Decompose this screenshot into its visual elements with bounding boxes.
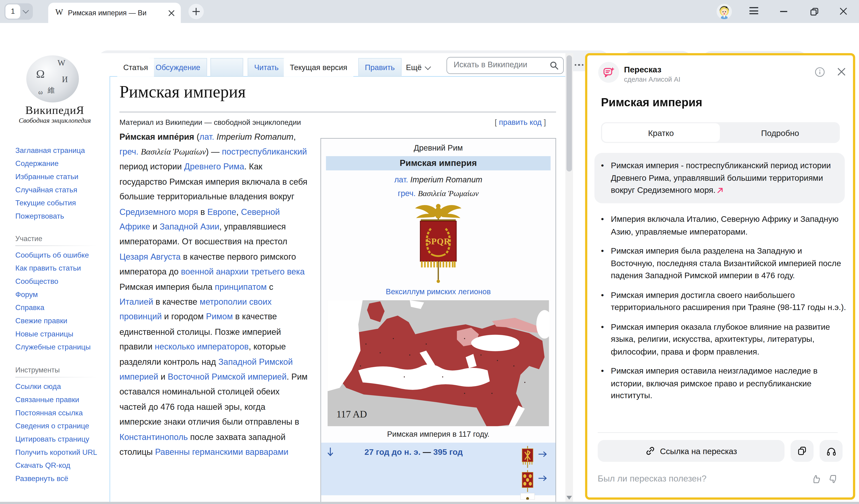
close-window-button[interactable]	[838, 6, 848, 16]
tab-detailed[interactable]: Подробно	[721, 122, 840, 143]
thumbs-up-icon[interactable]	[811, 474, 822, 485]
scrollbar-down-arrow[interactable]	[567, 496, 572, 502]
summary-bullet: Римская империя - постреспубликанский пе…	[594, 159, 842, 196]
wikipedia-favicon: W	[55, 7, 63, 17]
sidebar-section-title: Инструменты	[15, 366, 60, 374]
thumbs-down-icon[interactable]	[828, 474, 839, 485]
sidebar-link[interactable]: Как править статьи	[15, 262, 103, 275]
feedback-question: Был ли пересказ полезен?	[598, 474, 707, 484]
summary-bullet: Римская империя оказала глубокое влияние…	[594, 321, 848, 357]
sidebar-link[interactable]: Избранные статьи	[15, 170, 103, 184]
empire-map-image[interactable]: 117 AD	[327, 300, 550, 426]
tab-group-chip[interactable]: 1	[4, 3, 33, 20]
map-year-label: 117 AD	[336, 409, 367, 419]
tab-close-icon[interactable]	[167, 8, 176, 18]
sidebar-link[interactable]: Справка	[15, 302, 103, 315]
sidebar-link[interactable]: Служебные страницы	[15, 341, 103, 354]
listen-button[interactable]	[819, 440, 843, 462]
tab-read[interactable]: Читать	[247, 58, 285, 77]
copy-button[interactable]	[790, 440, 814, 462]
sidebar-link[interactable]: Заглавная страница	[15, 144, 103, 157]
summary-bullet: Римская империя оставила неизгладимое на…	[594, 365, 848, 402]
sidebar-link[interactable]: Связанные правки	[15, 393, 97, 407]
close-icon[interactable]	[836, 66, 847, 77]
avatar[interactable]	[717, 4, 732, 19]
sidebar-link[interactable]: Цитировать страницу	[15, 433, 97, 446]
search-icon[interactable]	[549, 61, 559, 70]
sidebar-link[interactable]: Получить короткий URL	[15, 446, 97, 459]
tab-current-version[interactable]: Текущая версия	[284, 58, 353, 77]
browser-tab[interactable]: W Римская империя — Ви	[48, 3, 181, 23]
restore-button[interactable]	[810, 7, 819, 16]
partial-image[interactable]	[521, 493, 534, 500]
labarum-banner-icon[interactable]	[521, 446, 534, 468]
greek-name: Βασιλεία Ῥωμαίων	[418, 189, 479, 198]
tab-more[interactable]: Ещё	[400, 58, 436, 77]
sidebar-link[interactable]: Скачать QR-код	[15, 459, 97, 472]
panel-subtitle: сделан Алисой AI	[624, 76, 680, 83]
sidebar-main-links: Заглавная страницаСодержаниеИзбранные ст…	[15, 144, 103, 223]
external-link-icon[interactable]	[717, 187, 724, 194]
new-tab-button[interactable]	[189, 4, 204, 19]
tab-edit[interactable]: Править	[358, 58, 402, 77]
sidebar-section-title: Участие	[15, 234, 42, 243]
search-input[interactable]	[452, 60, 545, 70]
sidebar-link[interactable]: Текущие события	[15, 197, 103, 210]
sidebar-link[interactable]: Свежие правки	[15, 315, 103, 327]
greek-label[interactable]: греч.	[398, 189, 416, 198]
latin-name: Imperium Romanum	[410, 175, 482, 184]
empire-period[interactable]: 27 год до н. э. — 395 год	[321, 447, 506, 456]
sidebar-link[interactable]: Постоянная ссылка	[15, 407, 97, 420]
summary-bullet: Империя включала Италию, Северную Африку…	[594, 213, 848, 238]
edit-link-label[interactable]: править код	[499, 118, 542, 127]
link-button-label: Ссылка на пересказ	[660, 446, 737, 456]
highlighted-summary-item[interactable]: Римская империя - постреспубликанский пе…	[594, 153, 845, 203]
article-paragraph: Ри́мская импе́рия (лат. Imperium Romanum…	[120, 129, 308, 459]
tab-talk[interactable]: Обсуждение	[149, 58, 207, 77]
sidebar-link[interactable]: Сообщить об ошибке	[15, 249, 103, 262]
browser-menu-icon[interactable]	[750, 7, 758, 15]
sidebar-link[interactable]: Форум	[15, 288, 103, 302]
sidebar-link[interactable]: Развернуть всё	[15, 472, 97, 486]
tab-article[interactable]: Статья	[117, 58, 154, 77]
globe-letter: ω	[38, 88, 43, 96]
latin-label[interactable]: лат.	[394, 175, 408, 184]
wikipedia-page: ΩWИ維ω ВикипедиЯ Свободная энциклопедия З…	[0, 53, 573, 504]
minimize-button[interactable]	[780, 11, 787, 12]
globe-letter: 維	[48, 86, 55, 95]
info-icon[interactable]	[814, 66, 825, 77]
edit-source-link[interactable]: [ править код ]	[495, 118, 546, 127]
sidebar-participation-links: Сообщить об ошибкеКак править статьиСооб…	[15, 249, 103, 354]
search-box[interactable]	[447, 57, 563, 74]
tab-title: Римская империя — Ви	[68, 9, 206, 17]
tab-brief[interactable]: Кратко	[602, 123, 720, 142]
page-scrollbar[interactable]	[566, 53, 573, 504]
more-icon[interactable]	[574, 60, 585, 70]
arrow-right-icon[interactable]	[538, 450, 547, 458]
wikipedia-wordmark[interactable]: ВикипедиЯ	[0, 104, 109, 117]
sidebar-link[interactable]: Случайная статья	[15, 184, 103, 197]
panel-divider	[598, 432, 838, 433]
globe-letter: И	[62, 75, 68, 84]
sidebar-link[interactable]: Сведения о странице	[15, 420, 97, 433]
window-bottom-edge	[0, 502, 859, 504]
chevron-down-icon	[23, 7, 29, 14]
summary-bullet-list: Империя включала Италию, Северную Африку…	[594, 213, 848, 409]
vexillum-caption[interactable]: Вексиллум римских легионов	[321, 287, 556, 296]
dotted-banner-icon[interactable]	[521, 470, 534, 492]
infobox: Древний Рим Римская империя лат. Imperiu…	[320, 138, 556, 504]
summary-heading: Римская империя	[601, 96, 703, 109]
sidebar-link[interactable]: Пожертвовать	[15, 210, 103, 223]
tab-more-label: Ещё	[406, 63, 422, 72]
wikipedia-globe-logo[interactable]: ΩWИ維ω	[26, 55, 79, 102]
sidebar-link[interactable]: Содержание	[15, 157, 103, 170]
sidebar-link[interactable]: Ссылки сюда	[15, 380, 97, 394]
sidebar-link[interactable]: Сообщество	[15, 275, 103, 288]
link-to-summary-button[interactable]: Ссылка на пересказ	[598, 440, 784, 462]
summary-mode-tabs: Кратко Подробно	[601, 122, 840, 143]
arrow-right-icon[interactable]	[538, 475, 547, 482]
sidebar-link[interactable]: Новые страницы	[15, 327, 103, 341]
vexillum-image[interactable]: SPQR	[405, 202, 471, 285]
scrollbar-thumb[interactable]	[567, 55, 572, 171]
link-icon	[645, 446, 655, 456]
